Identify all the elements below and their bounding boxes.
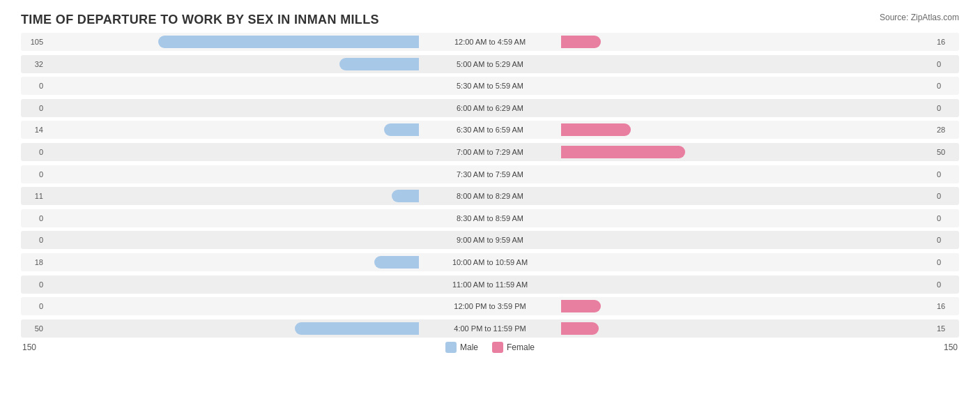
male-bar [384,123,419,136]
female-bar [561,146,685,158]
time-label: 7:00 AM to 7:29 AM [420,148,560,156]
table-row: 0 7:00 AM to 7:29 AM 50 [21,143,959,161]
table-row: 0 9:00 AM to 9:59 AM 0 [21,231,959,249]
left-section: 50 [21,319,420,338]
female-value: 0 [934,60,959,68]
male-value: 105 [21,38,46,46]
male-bar [339,58,419,70]
right-section: 28 [560,121,959,139]
chart-container: TIME OF DEPARTURE TO WORK BY SEX IN INMA… [0,0,980,415]
male-bar-wrapper [46,123,420,136]
time-label: 5:00 AM to 5:29 AM [420,60,560,68]
table-row: 0 8:30 AM to 8:59 AM 0 [21,209,959,227]
time-label: 6:00 AM to 6:29 AM [420,104,560,112]
male-value: 0 [21,170,46,179]
right-section: 0 [560,55,959,73]
male-value: 0 [21,280,46,289]
male-bar-wrapper [46,256,420,269]
female-bar-wrapper [560,300,934,312]
table-row: 105 12:00 AM to 4:59 AM 16 [21,33,959,51]
time-label: 5:30 AM to 5:59 AM [420,82,560,90]
female-bar-wrapper [560,146,934,158]
male-value: 0 [21,148,46,156]
time-label: 12:00 AM to 4:59 AM [420,38,560,46]
legend-female: Female [492,342,535,353]
female-value: 50 [934,148,959,156]
right-section: 0 [560,231,959,249]
right-section: 16 [560,33,959,51]
male-bar-wrapper [46,190,420,202]
female-bar-wrapper [560,80,934,92]
left-section: 18 [21,253,420,271]
left-section: 0 [21,165,420,183]
right-section: 50 [560,143,959,161]
male-value: 0 [21,214,46,222]
female-bar-wrapper [560,36,934,48]
left-section: 0 [21,77,420,95]
right-section: 0 [560,165,959,183]
male-value: 18 [21,258,46,266]
time-label: 6:30 AM to 6:59 AM [420,126,560,134]
row-container: 105 12:00 AM to 4:59 AM 16 32 5:00 AM to… [21,33,959,338]
male-value: 0 [21,236,46,244]
table-row: 0 5:30 AM to 5:59 AM 0 [21,77,959,95]
right-section: 16 [560,297,959,315]
axis-label-left: 150 [22,342,57,352]
male-bar-wrapper [46,80,420,92]
male-value: 0 [21,302,46,310]
male-value: 11 [21,192,46,200]
male-value: 0 [21,82,46,90]
female-value: 16 [934,302,959,310]
table-row: 0 7:30 AM to 7:59 AM 0 [21,165,959,183]
female-bar-wrapper [560,168,934,181]
male-value: 32 [21,60,46,68]
female-value: 0 [934,280,959,289]
table-row: 18 10:00 AM to 10:59 AM 0 [21,253,959,271]
male-legend-label: Male [460,342,478,352]
female-bar-wrapper [560,278,934,291]
female-bar-wrapper [560,123,934,136]
time-label: 9:00 AM to 9:59 AM [420,236,560,244]
left-section: 32 [21,55,420,73]
female-bar-wrapper [560,102,934,114]
male-bar-wrapper [46,234,420,246]
male-bar [158,36,420,48]
female-value: 15 [934,324,959,333]
female-value: 0 [934,192,959,200]
right-section: 0 [560,209,959,227]
right-section: 0 [560,187,959,205]
male-value: 50 [21,324,46,333]
axis-label-right: 150 [923,342,958,352]
time-label: 4:00 PM to 11:59 PM [420,324,560,333]
male-bar-wrapper [46,278,420,291]
table-row: 50 4:00 PM to 11:59 PM 15 [21,319,959,338]
source-label: Source: ZipAtlas.com [880,13,959,22]
male-bar [374,256,419,269]
female-legend-label: Female [507,342,535,352]
table-row: 32 5:00 AM to 5:29 AM 0 [21,55,959,73]
time-label: 10:00 AM to 10:59 AM [420,258,560,266]
left-section: 105 [21,33,420,51]
female-bar [561,322,599,335]
female-color-swatch [492,342,503,353]
right-section: 0 [560,276,959,294]
female-bar [561,300,601,312]
time-label: 8:00 AM to 8:29 AM [420,192,560,200]
right-section: 0 [560,99,959,117]
right-section: 0 [560,77,959,95]
male-value: 0 [21,104,46,112]
female-bar-wrapper [560,322,934,335]
female-value: 0 [934,258,959,266]
table-row: 0 11:00 AM to 11:59 AM 0 [21,276,959,294]
male-bar-wrapper [46,212,420,225]
left-section: 14 [21,121,420,139]
time-label: 7:30 AM to 7:59 AM [420,170,560,179]
male-bar-wrapper [46,322,420,335]
female-value: 16 [934,38,959,46]
male-value: 14 [21,126,46,134]
female-bar-wrapper [560,58,934,70]
male-bar-wrapper [46,102,420,114]
table-row: 14 6:30 AM to 6:59 AM 28 [21,121,959,139]
left-section: 11 [21,187,420,205]
female-bar [561,123,631,136]
